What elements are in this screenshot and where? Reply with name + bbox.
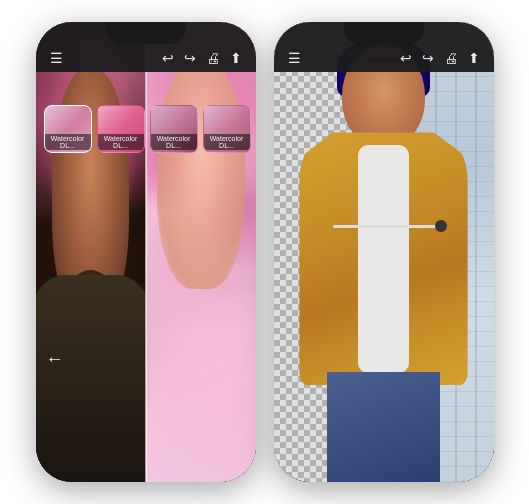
toolbar-left-1: ☰ bbox=[50, 50, 63, 66]
toolbar-right-1: ↩ ↪ 🖨 ⬆ bbox=[162, 50, 242, 66]
share-icon[interactable]: ⬆ bbox=[230, 50, 242, 66]
toolbar-right-2: ↩ ↪ 🖨 ⬆ bbox=[400, 50, 480, 66]
thumb-label-3: Watercolor DL... bbox=[151, 134, 197, 150]
save-icon[interactable]: 🖨 bbox=[206, 50, 220, 66]
phone-1: ☰ ↩ ↪ 🖨 ⬆ bbox=[36, 22, 256, 482]
photo-left bbox=[36, 22, 146, 482]
undo-icon-2[interactable]: ↩ bbox=[400, 50, 412, 66]
notch-1 bbox=[106, 22, 186, 44]
person-body bbox=[290, 22, 477, 482]
strength-slider[interactable] bbox=[333, 225, 447, 228]
back-arrow[interactable]: ← bbox=[46, 349, 64, 370]
save-icon-2[interactable]: 🖨 bbox=[444, 50, 458, 66]
thumb-1[interactable]: Watercolor DL... bbox=[44, 105, 92, 153]
watercolor-face bbox=[157, 59, 245, 289]
person-jeans bbox=[327, 372, 439, 482]
thumb-3[interactable]: Watercolor DL... bbox=[150, 105, 198, 153]
person-cutout bbox=[274, 22, 494, 482]
screen-2: ☰ ↩ ↪ 🖨 ⬆ bbox=[274, 22, 494, 482]
thumb-label-1: Watercolor DL... bbox=[45, 134, 91, 150]
toolbar-left-2: ☰ bbox=[288, 50, 301, 66]
thumb-4[interactable]: Watercolor DL... bbox=[203, 105, 251, 153]
checker-overlay bbox=[274, 22, 292, 482]
share-icon-2[interactable]: ⬆ bbox=[468, 50, 480, 66]
thumb-label-2: Watercolor DL... bbox=[98, 134, 144, 150]
screen-1: ☰ ↩ ↪ 🖨 ⬆ bbox=[36, 22, 256, 482]
split-line bbox=[145, 22, 147, 482]
photo-right bbox=[146, 22, 256, 482]
undo-icon[interactable]: ↩ bbox=[162, 50, 174, 66]
phone-2: ☰ ↩ ↪ 🖨 ⬆ bbox=[274, 22, 494, 482]
thumb-2[interactable]: Watercolor DL... bbox=[97, 105, 145, 153]
person-jacket bbox=[299, 132, 467, 385]
redo-icon-2[interactable]: ↪ bbox=[422, 50, 434, 66]
jacket-left bbox=[36, 275, 146, 482]
menu-icon[interactable]: ☰ bbox=[50, 50, 63, 66]
menu-icon-2[interactable]: ☰ bbox=[288, 50, 301, 66]
redo-icon[interactable]: ↪ bbox=[184, 50, 196, 66]
thumb-label-4: Watercolor DL... bbox=[204, 134, 250, 150]
notch-2 bbox=[344, 22, 424, 44]
